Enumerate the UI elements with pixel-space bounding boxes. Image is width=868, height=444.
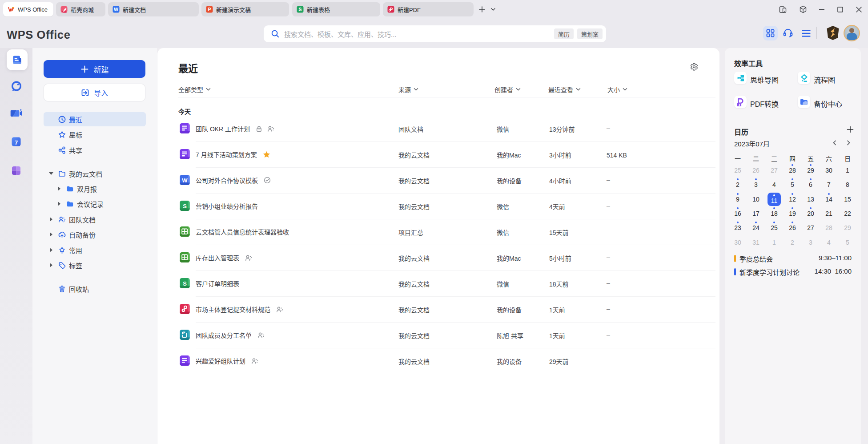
svg-text:P: P <box>208 7 211 12</box>
svg-text:W: W <box>114 7 118 12</box>
svg-text:P: P <box>390 7 393 12</box>
svg-text:7: 7 <box>15 139 18 146</box>
svg-text:S: S <box>183 280 187 287</box>
svg-text:S: S <box>298 7 301 12</box>
svg-text:S: S <box>183 203 187 210</box>
svg-text:W: W <box>182 177 188 184</box>
